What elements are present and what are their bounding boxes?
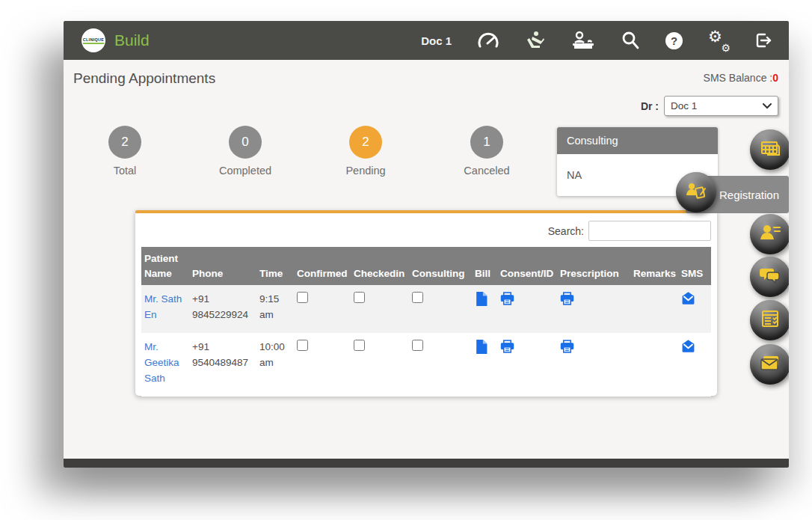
sms-balance-label: SMS Balance : [704, 72, 773, 84]
doctor-dropdown[interactable]: Doc 1 [664, 96, 778, 116]
mail-icon [759, 354, 781, 375]
gauge-icon[interactable] [477, 31, 499, 49]
table-row: Mr. Sath En +91 9845229924 9:15 am [141, 285, 711, 333]
settings-icon[interactable]: ⚙⚙ [708, 31, 729, 50]
counter-total: 2 Total [84, 126, 166, 177]
table-row: Mr. Geetika Sath +91 9540489487 10:00 am [141, 333, 711, 397]
app-bar: CLINIQUE Build Doc 1 [64, 21, 789, 60]
counter-completed-value[interactable]: 0 [229, 126, 262, 159]
patient-list-button[interactable] [750, 214, 789, 254]
counter-canceled-label: Canceled [446, 165, 528, 177]
search-icon[interactable] [621, 31, 640, 50]
mail-button[interactable] [750, 344, 789, 385]
counter-total-label: Total [84, 165, 166, 177]
clinique-logo[interactable]: CLINIQUE [81, 28, 105, 52]
logo-text: CLINIQUE [83, 37, 105, 44]
calendar-icon [760, 139, 781, 160]
search-input[interactable] [588, 221, 711, 241]
checkedin-checkbox[interactable] [354, 292, 365, 303]
patient-list-icon [759, 223, 781, 245]
dr-label: Dr : [641, 100, 659, 112]
patient-name-link[interactable]: Mr. Geetika Sath [144, 341, 179, 384]
main-content: Pending Appointments SMS Balance :0 Dr :… [64, 60, 789, 459]
col-checkedin: Checkedin [351, 247, 409, 285]
brand-name: Build [114, 31, 150, 49]
counter-canceled: 1 Canceled [446, 126, 528, 177]
col-patient-name: Patient Name [141, 247, 189, 285]
prescription-print-icon[interactable] [560, 340, 574, 353]
col-consulting: Consulting [409, 247, 472, 285]
patient-phone: +91 9540489487 [189, 333, 256, 397]
consulting-checkbox[interactable] [412, 292, 423, 303]
col-confirmed: Confirmed [294, 247, 351, 285]
consent-print-icon[interactable] [500, 292, 514, 305]
consent-print-icon[interactable] [500, 340, 514, 353]
checkedin-checkbox[interactable] [354, 340, 365, 351]
doctor-filter: Dr : Doc 1 [641, 96, 778, 116]
confirmed-checkbox[interactable] [297, 340, 308, 351]
doctor-dropdown-value: Doc 1 [671, 100, 697, 111]
chat-icon [759, 266, 781, 287]
dental-chair-icon[interactable] [525, 31, 546, 50]
calendar-button[interactable] [750, 129, 789, 170]
counter-completed: 0 Completed [204, 126, 286, 177]
counter-pending-value[interactable]: 2 [349, 126, 382, 159]
chat-button[interactable] [750, 257, 789, 297]
bill-icon[interactable] [475, 340, 487, 354]
reception-icon[interactable] [571, 31, 595, 50]
remarks-cell [630, 333, 678, 397]
consulting-checkbox[interactable] [412, 340, 423, 351]
remarks-cell [630, 285, 678, 333]
col-consent-id: Consent/ID [497, 247, 557, 285]
bill-icon[interactable] [475, 292, 487, 306]
counter-completed-label: Completed [204, 165, 286, 177]
sms-envelope-icon[interactable] [681, 292, 695, 305]
appointment-time: 9:15 am [256, 285, 294, 333]
counter-total-value[interactable]: 2 [108, 126, 141, 159]
counter-pending-label: Pending [325, 165, 407, 177]
col-phone: Phone [189, 247, 256, 285]
appointments-table: Patient Name Phone Time Confirmed Checke… [141, 247, 711, 397]
confirmed-checkbox[interactable] [297, 292, 308, 303]
report-icon [760, 309, 780, 331]
counter-pending: 2 Pending [325, 126, 407, 177]
search-label: Search: [548, 225, 584, 237]
registration-button[interactable] [676, 172, 716, 212]
search-row: Search: [135, 213, 717, 247]
appointment-time: 10:00 am [256, 333, 294, 397]
logout-icon[interactable] [754, 31, 772, 49]
patient-phone: +91 9845229924 [189, 285, 256, 333]
doctor-name-label: Doc 1 [421, 34, 452, 47]
app-window: CLINIQUE Build Doc 1 [64, 21, 789, 468]
sms-envelope-icon[interactable] [681, 340, 695, 352]
report-button[interactable] [750, 300, 789, 340]
col-sms: SMS [678, 247, 711, 285]
appointments-panel: Search: Patient Name Phone Time Confirme… [135, 210, 717, 396]
prescription-print-icon[interactable] [560, 292, 574, 305]
consulting-panel-title[interactable]: Consulting [557, 127, 718, 154]
col-remarks: Remarks [630, 247, 678, 285]
registration-icon [685, 181, 707, 204]
sms-balance-value: 0 [772, 72, 778, 84]
chevron-down-icon [763, 100, 772, 111]
table-header-row: Patient Name Phone Time Confirmed Checke… [141, 247, 711, 285]
sms-balance: SMS Balance :0 [704, 72, 778, 84]
col-prescription: Prescription [557, 247, 630, 285]
help-icon[interactable]: ? [665, 32, 683, 49]
col-bill: Bill [472, 247, 497, 285]
page-title: Pending Appointments [73, 70, 215, 87]
counter-canceled-value[interactable]: 1 [470, 126, 503, 159]
patient-name-link[interactable]: Mr. Sath En [144, 293, 182, 320]
col-time: Time [256, 247, 294, 285]
window-bottom-bar [64, 459, 789, 468]
